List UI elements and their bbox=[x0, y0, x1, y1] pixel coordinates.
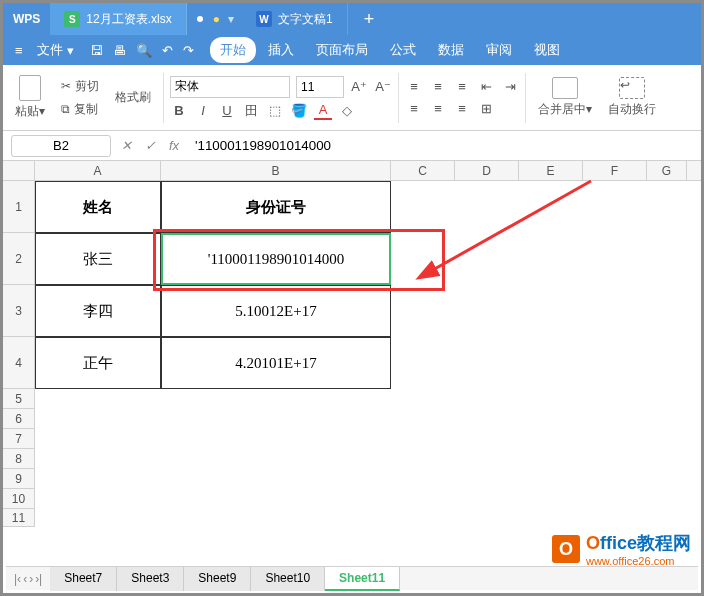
sheet-nav-next-icon[interactable]: › bbox=[29, 572, 33, 586]
wrap-icon: ↩ bbox=[619, 77, 645, 99]
row-header-9[interactable]: 9 bbox=[3, 469, 34, 489]
menu-tab-formula[interactable]: 公式 bbox=[380, 37, 426, 63]
doc-icon: W bbox=[256, 11, 272, 27]
row-header-5[interactable]: 5 bbox=[3, 389, 34, 409]
tab-dirty-indicator bbox=[197, 16, 203, 22]
font-family-combo[interactable] bbox=[170, 76, 290, 98]
col-header-E[interactable]: E bbox=[519, 161, 583, 180]
row-header-8[interactable]: 8 bbox=[3, 449, 34, 469]
tab-dropdown-icon[interactable]: ▾ bbox=[228, 12, 234, 26]
tab-label: 文字文稿1 bbox=[278, 11, 333, 28]
italic-button[interactable]: I bbox=[194, 102, 212, 120]
file-menu[interactable]: 文件▾ bbox=[31, 41, 80, 59]
formula-bar: B2 ✕ ✓ fx bbox=[3, 131, 701, 161]
cancel-formula-icon[interactable]: ✕ bbox=[117, 137, 135, 155]
cell-A1[interactable]: 姓名 bbox=[35, 181, 161, 233]
svg-line-0 bbox=[431, 181, 591, 271]
sheet-tab-Sheet7[interactable]: Sheet7 bbox=[50, 567, 117, 591]
cell-B3[interactable]: 5.10012E+17 bbox=[161, 285, 391, 337]
hamburger-menu[interactable]: ≡ bbox=[9, 43, 29, 58]
row-header-1[interactable]: 1 bbox=[3, 181, 34, 233]
fx-icon[interactable]: fx bbox=[165, 137, 183, 155]
sheet-tab-Sheet10[interactable]: Sheet10 bbox=[251, 567, 325, 591]
formula-input[interactable] bbox=[189, 135, 693, 157]
font-size-combo[interactable] bbox=[296, 76, 344, 98]
menu-tab-review[interactable]: 审阅 bbox=[476, 37, 522, 63]
row-header-4[interactable]: 4 bbox=[3, 337, 34, 389]
align-bottom-button[interactable]: ≡ bbox=[453, 78, 471, 96]
preview-icon[interactable]: 🔍 bbox=[136, 43, 152, 58]
merge-center-button[interactable]: 合并居中▾ bbox=[538, 101, 592, 118]
select-all-corner[interactable] bbox=[3, 161, 35, 181]
align-left-button[interactable]: ≡ bbox=[405, 100, 423, 118]
indent-right-button[interactable]: ⇥ bbox=[501, 78, 519, 96]
menu-tab-layout[interactable]: 页面布局 bbox=[306, 37, 378, 63]
cell-A2[interactable]: 张三 bbox=[35, 233, 161, 285]
undo-icon[interactable]: ↶ bbox=[162, 43, 173, 58]
tips-icon[interactable]: ● bbox=[213, 12, 220, 26]
sheet-nav-last-icon[interactable]: ›| bbox=[35, 572, 42, 586]
increase-font-button[interactable]: A⁺ bbox=[350, 78, 368, 96]
cell-B1[interactable]: 身份证号 bbox=[161, 181, 391, 233]
col-header-F[interactable]: F bbox=[583, 161, 647, 180]
paste-icon bbox=[19, 75, 41, 101]
menu-tab-view[interactable]: 视图 bbox=[524, 37, 570, 63]
print-icon[interactable]: 🖶 bbox=[113, 43, 126, 58]
format-painter-button[interactable]: 格式刷 bbox=[115, 89, 151, 106]
align-top-button[interactable]: ≡ bbox=[405, 78, 423, 96]
new-tab-button[interactable]: + bbox=[348, 9, 391, 30]
col-header-G[interactable]: G bbox=[647, 161, 687, 180]
menu-tab-start[interactable]: 开始 bbox=[210, 37, 256, 63]
indent-left-button[interactable]: ⇤ bbox=[477, 78, 495, 96]
spreadsheet-grid[interactable]: ABCDEFG 1234567891011 姓名身份证号张三'110001198… bbox=[3, 161, 701, 571]
menu-tab-insert[interactable]: 插入 bbox=[258, 37, 304, 63]
cell-B4[interactable]: 4.20101E+17 bbox=[161, 337, 391, 389]
align-middle-button[interactable]: ≡ bbox=[429, 78, 447, 96]
col-header-B[interactable]: B bbox=[161, 161, 391, 180]
sheet-tab-Sheet11[interactable]: Sheet11 bbox=[325, 567, 400, 591]
col-header-A[interactable]: A bbox=[35, 161, 161, 180]
menubar: ≡ 文件▾ 🖫 🖶 🔍 ↶ ↷ 开始 插入 页面布局 公式 数据 审阅 视图 bbox=[3, 35, 701, 65]
sheet-nav-first-icon[interactable]: |‹ bbox=[14, 572, 21, 586]
col-header-C[interactable]: C bbox=[391, 161, 455, 180]
document-tab-1[interactable]: S 12月工资表.xlsx bbox=[50, 3, 186, 35]
decrease-font-button[interactable]: A⁻ bbox=[374, 78, 392, 96]
cell-A3[interactable]: 李四 bbox=[35, 285, 161, 337]
copy-button[interactable]: ⧉ 复制 bbox=[61, 101, 98, 118]
sheet-tab-Sheet3[interactable]: Sheet3 bbox=[117, 567, 184, 591]
name-box[interactable]: B2 bbox=[11, 135, 111, 157]
row-header-6[interactable]: 6 bbox=[3, 409, 34, 429]
row-header-3[interactable]: 3 bbox=[3, 285, 34, 337]
distribute-button[interactable]: ⊞ bbox=[477, 100, 495, 118]
cell-B2[interactable]: '110001198901014000 bbox=[161, 233, 391, 285]
document-tab-2[interactable]: W 文字文稿1 bbox=[242, 3, 348, 35]
fill-typeface-button[interactable]: ⬚ bbox=[266, 102, 284, 120]
accept-formula-icon[interactable]: ✓ bbox=[141, 137, 159, 155]
align-center-button[interactable]: ≡ bbox=[429, 100, 447, 118]
paste-button[interactable]: 粘贴▾ bbox=[15, 103, 45, 120]
row-header-2[interactable]: 2 bbox=[3, 233, 34, 285]
border-button[interactable]: 田 bbox=[242, 102, 260, 120]
menu-tab-data[interactable]: 数据 bbox=[428, 37, 474, 63]
cell-A4[interactable]: 正午 bbox=[35, 337, 161, 389]
highlight-button[interactable]: ◇ bbox=[338, 102, 356, 120]
cut-button[interactable]: ✂ 剪切 bbox=[61, 78, 99, 95]
wrap-text-button[interactable]: 自动换行 bbox=[608, 101, 656, 118]
fill-color-button[interactable]: 🪣 bbox=[290, 102, 308, 120]
row-header-7[interactable]: 7 bbox=[3, 429, 34, 449]
font-color-button[interactable]: A bbox=[314, 102, 332, 120]
redo-icon[interactable]: ↷ bbox=[183, 43, 194, 58]
col-header-D[interactable]: D bbox=[455, 161, 519, 180]
sheet-tab-Sheet9[interactable]: Sheet9 bbox=[184, 567, 251, 591]
sheet-nav-prev-icon[interactable]: ‹ bbox=[23, 572, 27, 586]
bold-button[interactable]: B bbox=[170, 102, 188, 120]
row-header-10[interactable]: 10 bbox=[3, 489, 34, 509]
row-header-11[interactable]: 11 bbox=[3, 509, 34, 527]
tab-label: 12月工资表.xlsx bbox=[86, 11, 171, 28]
align-right-button[interactable]: ≡ bbox=[453, 100, 471, 118]
annotation-arrow bbox=[411, 171, 611, 291]
underline-button[interactable]: U bbox=[218, 102, 236, 120]
watermark-logo-icon: O bbox=[552, 535, 580, 563]
save-icon[interactable]: 🖫 bbox=[90, 43, 103, 58]
chevron-down-icon: ▾ bbox=[67, 43, 74, 58]
